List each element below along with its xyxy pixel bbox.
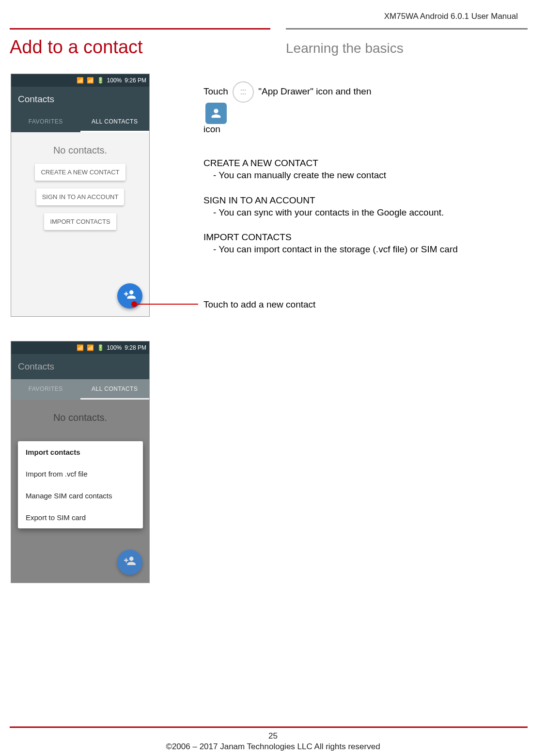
import-contacts-button[interactable]: IMPORT CONTACTS: [44, 213, 116, 230]
intro-text-b: "App Drawer" icon and then: [258, 86, 371, 96]
app-drawer-icon: [233, 81, 254, 103]
page-title: Add to a contact: [10, 37, 143, 58]
signal-icon: 📶: [87, 344, 94, 351]
page-footer: 25 ©2006 – 2017 Janam Technologies LLC A…: [0, 731, 546, 752]
copyright: ©2006 – 2017 Janam Technologies LLC All …: [0, 741, 546, 752]
app-title: Contacts: [18, 94, 54, 105]
import-dialog: Import contacts Import from .vcf file Ma…: [18, 441, 143, 528]
import-heading: IMPORT CONTACTS: [203, 232, 527, 243]
screen-body: No contacts. Import contacts Import from…: [11, 400, 149, 583]
section-subtitle: Learning the basics: [286, 41, 404, 56]
tab-bar: FAVORITES ALL CONTACTS: [11, 112, 149, 132]
clock: 9:26 PM: [125, 77, 146, 84]
create-new-contact-button[interactable]: CREATE A NEW CONTACT: [35, 164, 125, 181]
menu-export-sim[interactable]: Export to SIM card: [18, 507, 143, 528]
person-add-icon: [124, 555, 136, 570]
signal-icon: 📶: [87, 77, 94, 84]
app-title: Contacts: [18, 361, 54, 372]
tab-all-contacts[interactable]: ALL CONTACTS: [80, 112, 150, 132]
callout-line: [137, 304, 198, 305]
tab-bar: FAVORITES ALL CONTACTS: [11, 379, 149, 400]
screenshot-contacts-empty: 📶 📶 🔋 100% 9:26 PM Contacts FAVORITES AL…: [11, 74, 150, 317]
battery-icon: 🔋: [97, 77, 104, 84]
screen-body: No contacts. CREATE A NEW CONTACT SIGN I…: [11, 132, 149, 316]
sign-in-heading: SIGN IN TO AN ACCOUNT: [203, 195, 527, 206]
sections-block: CREATE A NEW CONTACT You can manually cr…: [203, 158, 527, 259]
sign-in-account-button[interactable]: SIGN IN TO AN ACCOUNT: [36, 188, 125, 205]
tab-favorites[interactable]: FAVORITES: [11, 112, 80, 132]
battery-icon: 🔋: [97, 344, 104, 351]
menu-import-vcf[interactable]: Import from .vcf file: [18, 463, 143, 485]
import-bullet: You can import contact in the storage (.…: [203, 244, 527, 256]
app-bar: Contacts: [11, 354, 149, 379]
fab-callout-text: Touch to add a new contact: [203, 299, 527, 310]
app-bar: Contacts: [11, 87, 149, 112]
intro-paragraph: Touch "App Drawer" icon and then icon: [203, 81, 527, 135]
footer-divider: [10, 726, 528, 728]
battery-pct: 100%: [107, 77, 122, 84]
status-bar: 📶 📶 🔋 100% 9:28 PM: [11, 341, 149, 354]
divider-grey: [286, 28, 528, 30]
add-contact-fab[interactable]: [117, 283, 142, 309]
create-contact-bullet: You can manually create the new contact: [203, 170, 527, 182]
vibrate-icon: 📶: [77, 344, 84, 351]
tab-favorites[interactable]: FAVORITES: [11, 379, 80, 400]
battery-pct: 100%: [107, 344, 122, 351]
menu-manage-sim[interactable]: Manage SIM card contacts: [18, 485, 143, 507]
doc-header: XM75WA Android 6.0.1 User Manual: [384, 12, 518, 21]
tab-all-contacts[interactable]: ALL CONTACTS: [80, 379, 150, 400]
sign-in-bullet: You can sync with your contacts in the G…: [203, 207, 527, 219]
contacts-app-icon: [205, 103, 227, 124]
divider-red: [10, 28, 270, 30]
intro-text-c: icon: [203, 124, 220, 134]
intro-text-a: Touch: [203, 86, 228, 96]
no-contacts-text: No contacts.: [11, 132, 149, 156]
vibrate-icon: 📶: [77, 77, 84, 84]
callout-dot: [131, 301, 137, 307]
screenshot-import-menu: 📶 📶 🔋 100% 9:28 PM Contacts FAVORITES AL…: [11, 341, 150, 583]
status-bar: 📶 📶 🔋 100% 9:26 PM: [11, 74, 149, 87]
page-number: 25: [0, 731, 546, 741]
add-contact-fab[interactable]: [117, 550, 142, 575]
create-contact-heading: CREATE A NEW CONTACT: [203, 158, 527, 169]
menu-import-contacts[interactable]: Import contacts: [18, 441, 143, 463]
clock: 9:28 PM: [125, 344, 146, 351]
